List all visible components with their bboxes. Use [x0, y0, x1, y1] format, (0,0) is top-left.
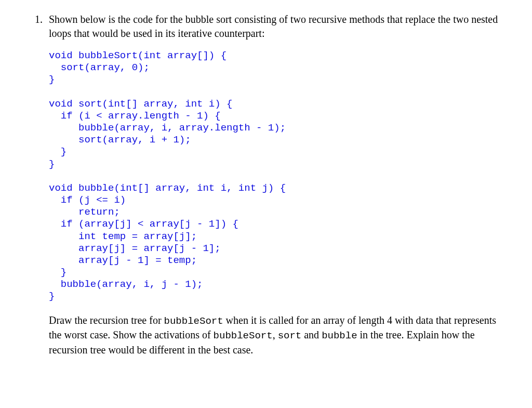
code-block: void bubbleSort(int array[]) { sort(arra…: [49, 50, 501, 303]
list-marker: 1.: [21, 12, 49, 27]
outro-text: Draw the recursion tree for: [49, 314, 164, 326]
question-body: Shown below is the code for the bubble s…: [49, 12, 501, 357]
code-inline-bubblesort: bubbleSort: [164, 315, 223, 327]
code-inline-bubblesort-2: bubbleSort: [214, 330, 273, 341]
outro-paragraph: Draw the recursion tree for bubbleSort w…: [49, 313, 501, 357]
intro-paragraph: Shown below is the code for the bubble s…: [49, 12, 501, 41]
outro-text: and: [301, 329, 322, 340]
code-inline-sort: sort: [278, 330, 302, 341]
page: 1. Shown below is the code for the bubbl…: [0, 0, 532, 357]
question-item: 1. Shown below is the code for the bubbl…: [21, 12, 501, 357]
outro-text: ,: [273, 329, 278, 340]
code-inline-bubble: bubble: [322, 330, 357, 341]
